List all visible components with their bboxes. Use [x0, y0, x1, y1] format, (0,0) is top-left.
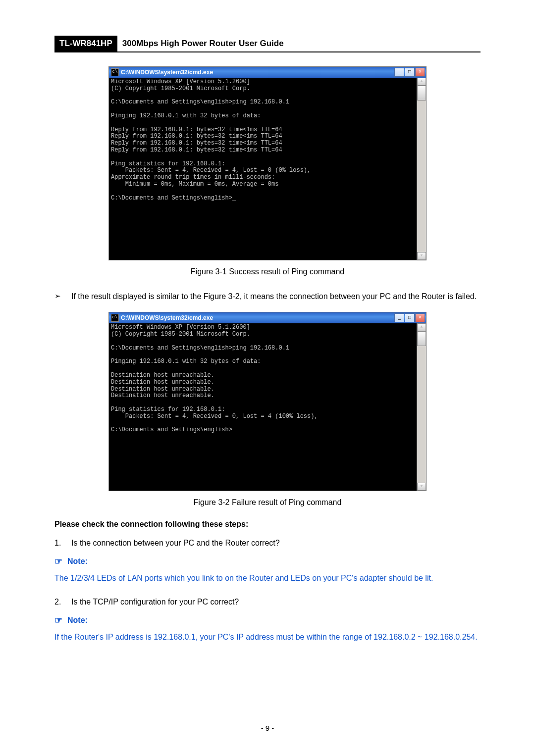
scroll-thumb[interactable]	[417, 331, 426, 346]
cmd-titlebar: c\ C:\WINDOWS\system32\cmd.exe _ □ ×	[109, 67, 426, 78]
page-number: - 9 -	[0, 724, 535, 732]
bullet-icon: ➢	[54, 289, 71, 303]
cmd-window-failure: c\ C:\WINDOWS\system32\cmd.exe _ □ × Mic…	[108, 312, 427, 491]
document-page: TL-WR841HP 300Mbps High Power Router Use…	[0, 0, 535, 756]
page-header: TL-WR841HP 300Mbps High Power Router Use…	[54, 36, 481, 52]
note-body-1: The 1/2/3/4 LEDs of LAN ports which you …	[54, 571, 481, 586]
maximize-button[interactable]: □	[405, 68, 415, 77]
scroll-up-icon[interactable]: ▲	[417, 323, 426, 331]
note-body-2: If the Router's IP address is 192.168.0.…	[54, 630, 481, 645]
minimize-button[interactable]: _	[394, 313, 404, 322]
step-text: Is the TCP/IP configuration for your PC …	[71, 595, 239, 609]
scroll-thumb[interactable]	[417, 86, 426, 101]
note-heading-2: ☞ Note:	[54, 615, 481, 626]
window-controls: _ □ ×	[394, 68, 425, 77]
failure-note-text: If the result displayed is similar to th…	[71, 289, 481, 304]
step-1: 1. Is the connection between your PC and…	[54, 536, 481, 551]
figure-caption-2: Figure 3-2 Failure result of Ping comman…	[54, 498, 481, 507]
scroll-track[interactable]	[417, 346, 426, 483]
note-label: Note:	[67, 557, 88, 566]
step-number: 1.	[54, 536, 71, 551]
step-2: 2. Is the TCP/IP configuration for your …	[54, 595, 481, 609]
scrollbar[interactable]: ▲ ▼	[417, 78, 426, 260]
close-button[interactable]: ×	[415, 313, 425, 322]
scroll-track[interactable]	[417, 101, 426, 252]
note-label: Note:	[67, 616, 88, 625]
note-heading-1: ☞ Note:	[54, 556, 481, 567]
scroll-down-icon[interactable]: ▼	[417, 483, 426, 491]
cmd-title: C:\WINDOWS\system32\cmd.exe	[121, 69, 394, 76]
window-controls: _ □ ×	[394, 313, 425, 322]
cmd-titlebar: c\ C:\WINDOWS\system32\cmd.exe _ □ ×	[109, 312, 426, 323]
hand-icon: ☞	[54, 556, 62, 567]
minimize-button[interactable]: _	[394, 68, 404, 77]
cmd-icon: c\	[111, 314, 119, 322]
cmd-output: Microsoft Windows XP [Version 5.1.2600] …	[109, 78, 417, 260]
step-number: 2.	[54, 595, 71, 609]
close-button[interactable]: ×	[415, 68, 425, 77]
cmd-window-success: c\ C:\WINDOWS\system32\cmd.exe _ □ × Mic…	[108, 66, 427, 260]
scroll-up-icon[interactable]: ▲	[417, 78, 426, 86]
cmd-output: Microsoft Windows XP [Version 5.1.2600] …	[109, 323, 417, 491]
figure-caption-1: Figure 3-1 Success result of Ping comman…	[54, 267, 481, 276]
failure-note: ➢ If the result displayed is similar to …	[54, 289, 481, 304]
product-model: TL-WR841HP	[54, 36, 117, 51]
cmd-title: C:\WINDOWS\system32\cmd.exe	[121, 314, 394, 321]
maximize-button[interactable]: □	[405, 313, 415, 322]
hand-icon: ☞	[54, 615, 62, 626]
scrollbar[interactable]: ▲ ▼	[417, 323, 426, 491]
cmd-icon: c\	[111, 68, 119, 76]
scroll-down-icon[interactable]: ▼	[417, 252, 426, 260]
step-text: Is the connection between your PC and th…	[71, 536, 280, 551]
document-title: 300Mbps High Power Router User Guide	[117, 36, 481, 51]
steps-heading: Please check the connection following th…	[54, 520, 481, 529]
